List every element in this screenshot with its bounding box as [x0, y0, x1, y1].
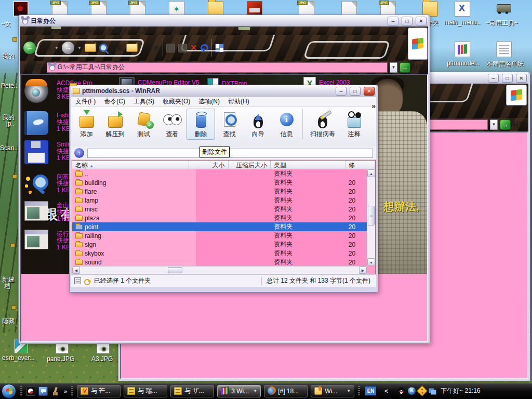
menu-commands[interactable]: 命令(C) — [104, 97, 125, 106]
scrollbar-thumb[interactable] — [168, 267, 182, 273]
menu-help[interactable]: 帮助(H) — [164, 26, 185, 35]
network-tray-icon[interactable] — [429, 387, 436, 395]
move-icon[interactable] — [178, 44, 187, 52]
task-button[interactable]: 与 ザ... ▼ — [170, 385, 214, 397]
chevron-down-icon[interactable]: ▼ — [390, 62, 397, 73]
horizontal-scrollbar[interactable]: ◀ ▶ — [72, 266, 367, 274]
scrollbar-thumb[interactable]: ≡ — [368, 206, 375, 225]
address-input[interactable]: G:\~常用工具~\日常办公 — [47, 62, 388, 73]
task-button[interactable]: 3 Wi... ▼ — [217, 385, 261, 397]
close-button[interactable]: ✕ — [416, 17, 427, 25]
file-row[interactable]: skybox 资料夹 20 — [72, 249, 375, 258]
scroll-down-icon[interactable]: ▼ — [367, 258, 375, 266]
minimize-button[interactable]: – — [336, 87, 347, 96]
maximize-button[interactable]: □ — [402, 17, 413, 25]
undo-icon[interactable] — [201, 44, 208, 52]
winrar-toolbar-button[interactable]: 注释 — [340, 109, 368, 140]
winrar-toolbar-button[interactable]: 测试 — [129, 109, 158, 140]
file-row[interactable]: misc 资料夹 20 — [72, 205, 375, 214]
minimize-button[interactable]: – — [488, 74, 499, 83]
chevron-down-icon[interactable]: ▼ — [490, 119, 498, 130]
scroll-right-icon[interactable]: ▶ — [359, 267, 367, 274]
drive-status-icon[interactable] — [74, 277, 81, 284]
column-header-name[interactable]: 名称 ▲ — [72, 161, 189, 169]
desktop-icon-label[interactable]: Scan.. — [0, 144, 18, 152]
up-button[interactable] — [85, 44, 96, 52]
pizza-tray-icon[interactable] — [417, 385, 428, 396]
maximize-button[interactable]: □ — [350, 87, 361, 96]
desktop-icon-label[interactable]: 我的 — [2, 52, 15, 61]
menu-favorites[interactable]: 收藏(A) — [108, 26, 129, 35]
winrar-toolbar-button[interactable]: 信息 — [272, 109, 301, 140]
file-row[interactable]: point 资料夹 20 — [72, 222, 375, 231]
file-row[interactable]: .. 资料夹 — [72, 169, 375, 178]
file-row[interactable]: plaza 资料夹 20 — [72, 214, 375, 222]
toolbar-overflow-chevron[interactable]: » — [371, 102, 376, 110]
file-row[interactable]: building 资料夹 20 — [72, 178, 375, 187]
search-icon[interactable] — [99, 44, 108, 52]
scroll-left-icon[interactable]: ◀ — [72, 267, 80, 274]
column-header-packed[interactable]: 压缩后大小 — [229, 161, 271, 169]
file-row[interactable]: sound 资料夹 20 — [72, 258, 375, 267]
start-button[interactable] — [2, 384, 16, 398]
desktop-icon-label[interactable]: Pete.. — [1, 82, 17, 89]
go-button[interactable]: → — [500, 119, 511, 130]
taskbar-clock[interactable]: 下午好~ 21:16 — [441, 387, 480, 395]
scroll-up-icon[interactable]: ▲ — [367, 169, 375, 177]
menu-tools[interactable]: 工具(S) — [134, 97, 154, 106]
desktop-icon-main-menu[interactable] — [455, 1, 470, 17]
close-button[interactable]: ✕ — [516, 74, 527, 83]
kugou-tray-icon[interactable] — [408, 387, 416, 395]
menu-favorites[interactable]: 收藏夹(O) — [163, 97, 190, 106]
winrar-toolbar-button[interactable]: 添加 — [72, 109, 101, 140]
column-header-type[interactable]: 类型 — [271, 161, 345, 169]
quicklaunch-icon-broom[interactable] — [51, 387, 60, 396]
task-group-dropdown-icon[interactable]: ▼ — [347, 389, 351, 393]
task-button[interactable]: [#] 18... ▼ — [264, 385, 308, 397]
winrar-titlebar[interactable]: pttmmodels.scs - WinRAR – □ ✕ — [71, 85, 376, 97]
language-indicator[interactable]: EN — [365, 387, 376, 395]
key-status-icon[interactable] — [84, 277, 91, 284]
explorer-titlebar[interactable]: 日常办公 – □ ✕ — [20, 15, 428, 26]
maximize-button[interactable]: □ — [502, 74, 513, 83]
quicklaunch-chevron[interactable]: » — [64, 388, 67, 394]
file-row[interactable]: sign 资料夹 20 — [72, 240, 375, 249]
file-row[interactable]: lamp 资料夹 20 — [72, 196, 375, 205]
tray-collapse-arrow[interactable]: < — [384, 388, 388, 395]
archive-path-combobox[interactable] — [87, 149, 373, 158]
taskbar-grip[interactable] — [71, 386, 73, 396]
folders-icon[interactable] — [126, 44, 138, 52]
tray-grip[interactable] — [358, 386, 360, 396]
desktop-icon-pttmmodel[interactable] — [455, 42, 470, 57]
winrar-toolbar-button[interactable]: 查找 — [215, 109, 244, 140]
desktop-icon-label[interactable]: ~文 — [1, 20, 11, 29]
menu-tools[interactable]: 工具(T) — [136, 26, 156, 35]
back-button[interactable]: ← — [23, 42, 36, 54]
menu-options[interactable]: 选项(N) — [198, 97, 220, 106]
column-header-modified[interactable]: 修 — [345, 161, 375, 169]
up-one-level-button[interactable]: ↑ — [74, 148, 84, 158]
task-group-dropdown-icon[interactable]: ▼ — [253, 389, 257, 393]
desktop-icon-tools[interactable] — [496, 1, 512, 17]
winrar-toolbar-button[interactable]: 扫描病毒 — [302, 109, 340, 140]
history-icon[interactable] — [166, 44, 175, 52]
winrar-window[interactable]: pttmmodels.scs - WinRAR – □ ✕ 文件(F) 命令(C… — [69, 85, 378, 292]
desktop-icon-label[interactable]: 隐藏 — [2, 317, 15, 326]
desktop-icon-label[interactable]: jp.. — [6, 120, 15, 127]
task-button[interactable]: Wi... ▼ — [311, 385, 354, 397]
minimize-button[interactable]: – — [388, 17, 398, 25]
vertical-scrollbar[interactable]: ▲ ≡ ▼ — [367, 169, 375, 266]
file-row[interactable]: railing 资料夹 20 — [72, 231, 375, 240]
task-button[interactable]: 与 瑞... ▼ — [124, 385, 167, 397]
menu-view[interactable]: 查看(V) — [80, 26, 101, 35]
qq-tray-icon[interactable] — [397, 387, 405, 395]
menu-file[interactable]: 文件(F) — [24, 26, 45, 35]
go-button[interactable]: → — [400, 62, 410, 73]
quicklaunch-icon-1[interactable] — [26, 387, 35, 396]
menu-help[interactable]: 帮助(H) — [228, 97, 249, 106]
winrar-toolbar-button[interactable]: 删除 — [187, 109, 215, 140]
archive-file-list[interactable]: 名称 ▲ 大小 压缩后大小 类型 修 .. 资料夹 — [72, 160, 376, 274]
quicklaunch-icon-2[interactable] — [38, 387, 48, 396]
close-button[interactable]: ✕ — [364, 87, 375, 96]
quicklaunch-grip[interactable] — [20, 386, 22, 396]
